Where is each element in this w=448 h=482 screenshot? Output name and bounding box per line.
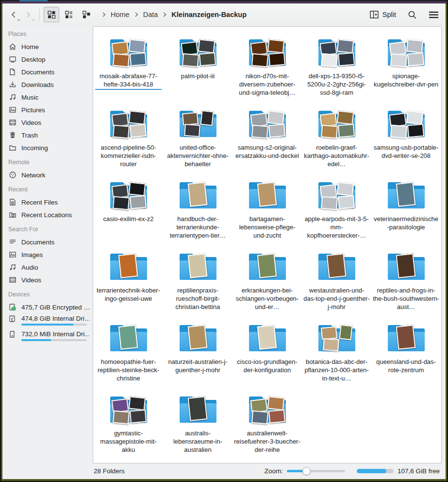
sidebar-item-videos[interactable]: Videos bbox=[7, 116, 90, 129]
icons-view-button[interactable] bbox=[44, 7, 59, 22]
folder-item[interactable]: reptiles-and-frogs-in-the-bush-southwest… bbox=[371, 247, 441, 318]
photo-thumb bbox=[407, 52, 424, 67]
folder-item[interactable]: naturzeit-australien-j-guenther-j-mohr bbox=[163, 318, 232, 390]
sidebar-item-downloads[interactable]: Downloads bbox=[7, 78, 90, 91]
sidebar-item-desktop[interactable]: Desktop bbox=[7, 53, 90, 66]
folder-item[interactable]: australienwelt-reisefuehrer-3-buecher-de… bbox=[232, 390, 302, 461]
split-button[interactable]: Split bbox=[368, 9, 398, 21]
folder-grid: mosaik-abrafaxe-77-hefte-334-bis-418 pal… bbox=[93, 27, 441, 461]
sidebar-item-search-documents[interactable]: Documents bbox=[7, 236, 90, 248]
folder-item[interactable]: homoeopathie-fuer-reptilien-steinke-beck… bbox=[94, 318, 163, 390]
photo-thumb bbox=[129, 124, 146, 138]
folder-item[interactable]: gymtastic-massagepistole-mit-akku bbox=[94, 390, 163, 461]
tree-view-button[interactable] bbox=[79, 7, 94, 22]
sidebar-item-music[interactable]: Music bbox=[7, 91, 90, 103]
folder-item[interactable]: samsung-s2-original-ersatzakku-und-decke… bbox=[232, 104, 302, 175]
photo-thumb bbox=[320, 53, 337, 68]
folder-item[interactable]: nikon-d70s-mit-diversem-zubehoer-und-sig… bbox=[232, 33, 302, 104]
sidebar-item-pictures[interactable]: Pictures bbox=[7, 103, 90, 116]
photo-thumb bbox=[128, 39, 146, 53]
folder-item[interactable]: australis-lebensraeume-in-australien bbox=[163, 390, 232, 461]
breadcrumb-data[interactable]: Data bbox=[140, 9, 161, 20]
photo-thumb bbox=[390, 53, 407, 68]
breadcrumb-home[interactable]: Home bbox=[108, 9, 133, 20]
photo-thumb bbox=[336, 110, 354, 124]
folder-item[interactable]: samsung-usb-portable-dvd-writer-se-208 bbox=[371, 104, 441, 175]
tree-view-icon bbox=[82, 10, 91, 19]
recent-locations-icon bbox=[8, 211, 17, 219]
folder-item[interactable]: erkrankungen-bei-schlangen-vorbeugen-und… bbox=[232, 247, 302, 318]
folder-item[interactable]: palm-pilot-iii bbox=[163, 33, 232, 104]
disk-capacity-fill bbox=[357, 469, 386, 473]
sidebar-item-label: 475,7 GiB Encrypted … bbox=[21, 304, 90, 311]
sidebar-item-search-audio[interactable]: Audio bbox=[7, 261, 90, 274]
drive-internal-icon bbox=[8, 315, 17, 323]
folder-item[interactable]: spionage-kugelschreiber-dvr-pen bbox=[371, 33, 441, 104]
folder-item[interactable]: dell-xps-13-9350-i5-5200u-2-2ghz-256gi-s… bbox=[302, 33, 371, 104]
back-dropdown-icon[interactable] bbox=[17, 19, 20, 21]
zoom-slider-handle[interactable] bbox=[302, 467, 311, 475]
sidebar-item-search-videos[interactable]: Videos bbox=[7, 274, 90, 286]
sidebar-item-drive-internal[interactable]: 474,8 GiB Internal Dri… bbox=[7, 313, 90, 329]
photo-thumb bbox=[337, 124, 354, 138]
folder-item[interactable]: apple-earpods-mit-3-5-mm-kopfhoerersteck… bbox=[302, 175, 371, 247]
photo-thumb bbox=[251, 411, 268, 425]
sidebar-item-label: Documents bbox=[21, 69, 54, 76]
sidebar: PlacesHomeDesktopDocumentsDownloadsMusic… bbox=[2, 26, 92, 479]
sidebar-item-label: Pictures bbox=[21, 106, 45, 114]
forward-button[interactable] bbox=[21, 7, 35, 22]
sidebar-item-incoming[interactable]: Incoming bbox=[7, 141, 90, 154]
sidebar-item-network[interactable]: Network bbox=[7, 169, 90, 181]
folder-name: naturzeit-australien-j-guenther-j-mohr bbox=[165, 358, 231, 374]
sidebar-item-documents[interactable]: Documents bbox=[7, 66, 90, 78]
sidebar-item-drive-encrypted[interactable]: 475,7 GiB Encrypted … bbox=[7, 301, 90, 313]
folder-item[interactable]: queensland-und-das-rote-zentrum bbox=[371, 318, 441, 390]
folder-item[interactable]: veterinaermedizinische-parasitologie bbox=[371, 175, 441, 247]
folder-item[interactable]: bartagamen-lebensweise-pflege-und-zucht bbox=[232, 175, 302, 247]
sidebar-item-recent-files[interactable]: Recent Files bbox=[7, 196, 90, 208]
top-edge-stripe bbox=[1, 0, 447, 1]
breadcrumb-current-folder[interactable]: Kleinanzeigen-Backup bbox=[168, 9, 249, 20]
sidebar-item-search-images[interactable]: Images bbox=[7, 248, 90, 261]
folder-item[interactable]: botanica-das-abc-der-pflanzen-10-000-art… bbox=[302, 318, 371, 390]
photo-thumb bbox=[251, 125, 268, 139]
sidebar-item-drive-sd[interactable]: 732,0 MiB Internal Dri… bbox=[7, 329, 90, 344]
sidebar-item-label: Recent Locations bbox=[21, 211, 72, 219]
videos-icon bbox=[8, 119, 17, 127]
folder-item[interactable]: united-office-aktenvernichter-ohne-behae… bbox=[163, 104, 232, 175]
details-view-button[interactable] bbox=[61, 7, 77, 22]
zoom-control: Zoom: 107,6 GiB free bbox=[265, 467, 440, 475]
folder-item[interactable]: roebelin-graef-karthago-automatikuhr-ede… bbox=[302, 104, 371, 175]
folder-name: apple-earpods-mit-3-5-mm-kopfhoerersteck… bbox=[303, 215, 370, 240]
forward-dropdown-icon[interactable] bbox=[32, 19, 35, 21]
folder-item[interactable]: cisco-ios-grundlagen-der-konfiguration bbox=[232, 318, 302, 390]
main-area: mosaik-abrafaxe-77-hefte-334-bis-418 pal… bbox=[92, 26, 446, 479]
zoom-slider[interactable] bbox=[287, 467, 345, 475]
desktop-icon bbox=[8, 55, 17, 64]
folder-item[interactable]: handbuch-der-terrarienkunde-terrarientyp… bbox=[163, 175, 232, 247]
sidebar-item-recent-locations[interactable]: Recent Locations bbox=[7, 208, 90, 221]
folder-item[interactable]: mosaik-abrafaxe-77-hefte-334-bis-418 bbox=[94, 33, 163, 104]
photo-thumb bbox=[390, 125, 407, 139]
folder-name: cisco-ios-grundlagen-der-konfiguration bbox=[234, 358, 300, 374]
folder-name: handbuch-der-terrarienkunde-terrarientyp… bbox=[165, 215, 231, 240]
menu-button[interactable] bbox=[426, 7, 441, 22]
folder-name: samsung-usb-portable-dvd-writer-se-208 bbox=[373, 143, 439, 160]
sidebar-item-home[interactable]: Home bbox=[7, 40, 90, 53]
folder-name: casio-exilim-ex-z2 bbox=[103, 215, 153, 223]
photo-thumb bbox=[128, 182, 146, 196]
folder-item[interactable]: westaustralien-und-das-top-end-j-guenthe… bbox=[302, 247, 371, 318]
sidebar-item-label: Audio bbox=[21, 264, 38, 271]
folder-view-panel[interactable]: mosaik-abrafaxe-77-hefte-334-bis-418 pal… bbox=[93, 26, 442, 464]
folder-item[interactable]: ascend-pipeline-50-kommerzieller-isdn-ro… bbox=[94, 104, 163, 175]
folder-item[interactable]: terrarientechnik-kober-ingo-geissel-uwe bbox=[94, 247, 163, 318]
folder-item[interactable]: casio-exilim-ex-z2 bbox=[94, 175, 163, 247]
search-icon bbox=[408, 10, 417, 19]
folder-name: veterinaermedizinische-parasitologie bbox=[373, 215, 439, 231]
search-button[interactable] bbox=[405, 7, 419, 22]
folder-item[interactable]: reptilienpraxis-rueschoff-birgit-christi… bbox=[163, 247, 232, 318]
sidebar-item-trash[interactable]: Trash bbox=[7, 129, 90, 141]
details-view-icon bbox=[65, 10, 73, 19]
back-button[interactable] bbox=[6, 7, 21, 22]
folder-icon bbox=[315, 104, 359, 142]
